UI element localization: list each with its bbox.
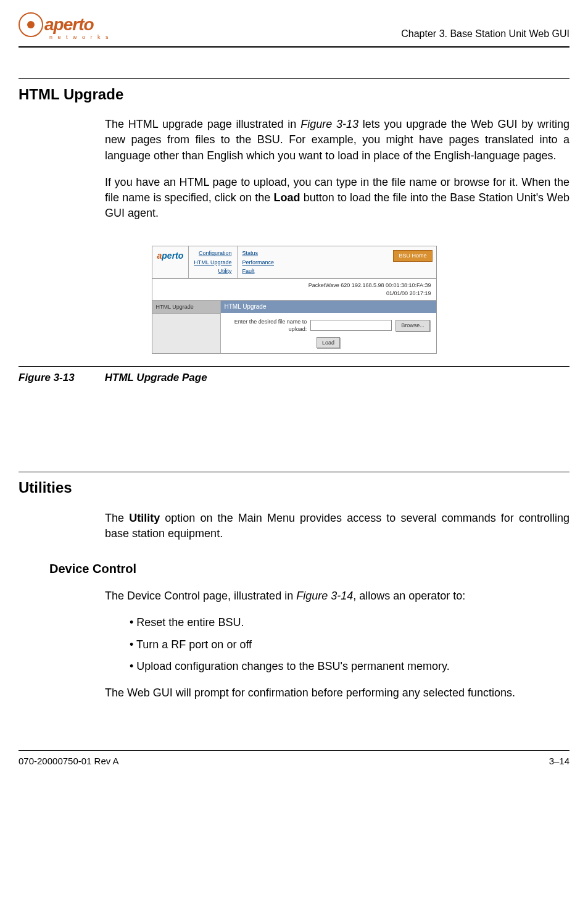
section-rule: [19, 78, 569, 79]
paragraph: The Device Control page, illustrated in …: [105, 588, 569, 604]
section-heading-html-upgrade: HTML Upgrade: [19, 84, 569, 105]
list-item: Turn a RF port on or off: [130, 637, 569, 653]
logo: aperto n e t w o r k s: [19, 12, 110, 41]
ss-nav-col2: Status Performance Fault: [237, 246, 280, 278]
paragraph: The Utility option on the Main Menu prov…: [105, 511, 569, 541]
list-item: Upload configuration changes to the BSU'…: [130, 659, 569, 674]
section-rule: [19, 472, 569, 472]
paragraph: The HTML upgrade page illustrated in Fig…: [105, 117, 569, 164]
bullet-list: Reset the entire BSU. Turn a RF port on …: [130, 615, 569, 674]
nav-html-upgrade[interactable]: HTML Upgrade: [194, 258, 231, 267]
section-heading-utilities: Utilities: [19, 477, 569, 498]
nav-performance[interactable]: Performance: [242, 258, 275, 267]
paragraph: The Web GUI will prompt for confirmation…: [105, 685, 569, 701]
figure-title: HTML Upgrade Page: [105, 372, 207, 383]
figure-reference: Figure 3-13: [300, 118, 358, 130]
bsu-home-button[interactable]: BSU Home: [393, 250, 432, 262]
ss-status-bar: PacketWave 620 192.168.5.98 00:01:38:10:…: [152, 278, 436, 299]
panel-title: HTML Upgrade: [221, 301, 436, 313]
page-header: aperto n e t w o r k s Chapter 3. Base S…: [19, 12, 569, 48]
chapter-title: Chapter 3. Base Station Unit Web GUI: [401, 27, 569, 41]
load-button[interactable]: Load: [317, 337, 340, 349]
list-item: Reset the entire BSU.: [130, 615, 569, 630]
file-input[interactable]: [310, 320, 392, 331]
logo-subtext: n e t w o r k s: [49, 33, 110, 41]
figure-caption: Figure 3-13 HTML Upgrade Page: [19, 366, 569, 385]
figure-container: aperto Configuration HTML Upgrade Utilit…: [19, 246, 569, 385]
figure-number: Figure 3-13: [19, 370, 102, 385]
footer-docid: 070-20000750-01 Rev A: [19, 754, 119, 767]
nav-configuration[interactable]: Configuration: [194, 249, 231, 257]
subsection-heading-device-control: Device Control: [19, 560, 569, 577]
logo-mark-icon: [19, 12, 43, 37]
ss-nav-col1: Configuration HTML Upgrade Utility: [188, 246, 236, 278]
figure-reference: Figure 3-14: [296, 590, 353, 602]
paragraph: If you have an HTML page to upload, you …: [105, 175, 569, 222]
nav-fault[interactable]: Fault: [242, 267, 275, 275]
browse-button[interactable]: Browse...: [395, 320, 430, 332]
upload-label: Enter the desired file name to upload:: [226, 318, 307, 333]
screenshot-html-upgrade: aperto Configuration HTML Upgrade Utilit…: [152, 246, 437, 354]
ss-sidebar: HTML Upgrade: [152, 301, 221, 354]
nav-status[interactable]: Status: [242, 249, 275, 257]
sidebar-item-html-upgrade[interactable]: HTML Upgrade: [152, 301, 220, 314]
footer-pagenum: 3–14: [549, 754, 569, 767]
ss-logo: aperto: [152, 246, 189, 266]
page-footer: 070-20000750-01 Rev A 3–14: [19, 750, 569, 767]
bold-utility: Utility: [129, 512, 160, 524]
nav-utility[interactable]: Utility: [194, 267, 231, 275]
bold-load: Load: [273, 191, 300, 204]
